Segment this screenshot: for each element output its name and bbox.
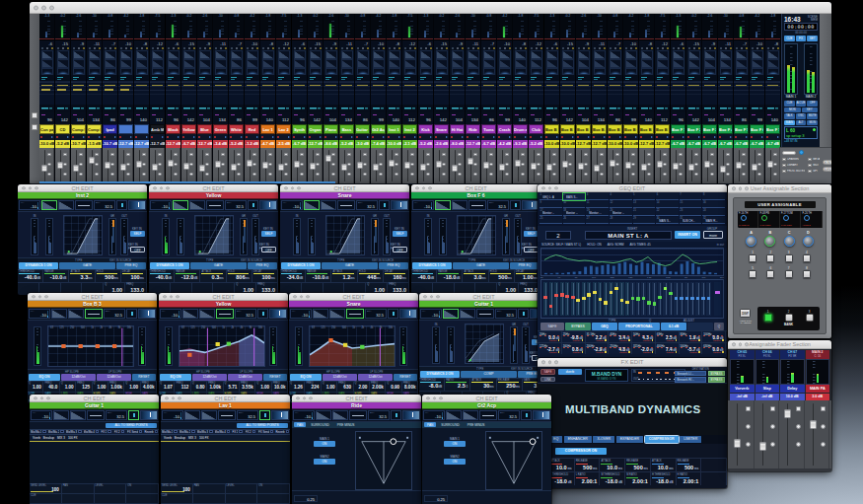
- rack-slot[interactable]: 15: [680, 201, 702, 208]
- eq-q-freq-cell[interactable]: Q0.80: [191, 382, 207, 392]
- channel-solo-button[interactable]: [268, 163, 272, 167]
- channel-select-button[interactable]: [442, 153, 446, 157]
- button[interactable]: [749, 270, 756, 278]
- key-in-select-button[interactable]: SELF: [524, 231, 539, 237]
- close-icon[interactable]: [541, 360, 545, 364]
- fader-cap[interactable]: [720, 166, 726, 173]
- chedit-titlebar[interactable]: CH EDIT: [18, 184, 147, 192]
- fader-cap[interactable]: [73, 165, 79, 172]
- channel-select-button[interactable]: [489, 153, 493, 157]
- close-icon[interactable]: [163, 295, 167, 299]
- fader-cap[interactable]: [152, 164, 158, 171]
- eq-curve-thumbnail[interactable]: [531, 68, 542, 75]
- eq-curve-thumbnail[interactable]: [199, 68, 211, 75]
- close-icon[interactable]: [34, 5, 38, 10]
- fx-param-release[interactable]: RELEASE500 ms: [625, 459, 651, 471]
- zoom-icon[interactable]: [176, 295, 180, 299]
- pan-handle[interactable]: [391, 438, 396, 444]
- disp-button[interactable]: DISP: [740, 309, 751, 318]
- dyn-type-tab[interactable]: GATE: [453, 262, 509, 269]
- geq-band-slider[interactable]: [636, 282, 640, 316]
- dynamics1-thumbnail[interactable]: [578, 50, 590, 59]
- geq-band-cell[interactable]: 160Hz0.8 dBRESET: [562, 343, 586, 354]
- key-in-filter-button[interactable]: OFF: [393, 247, 407, 252]
- close-icon[interactable]: [732, 342, 736, 346]
- channel-name-label[interactable]: Red: [245, 124, 259, 134]
- rack-slot[interactable]: 32MAIN R...: [702, 217, 725, 224]
- geq-band-slider[interactable]: [571, 282, 575, 316]
- ha-gain-display[interactable]: HA-10.: [281, 200, 303, 210]
- zoom-icon[interactable]: [436, 295, 440, 299]
- close-icon[interactable]: [426, 396, 430, 400]
- master-ctl-key[interactable]: KEY: [802, 108, 819, 113]
- safe-button[interactable]: SAFE: [540, 323, 564, 330]
- fx-bypass-1-button[interactable]: BYPASS: [708, 371, 725, 377]
- channel-select-button[interactable]: [537, 153, 540, 157]
- master-tab-alt[interactable]: ALT: [796, 120, 807, 126]
- eq-curve-thumbnail[interactable]: [594, 68, 606, 75]
- channel-sends-block[interactable]: [229, 81, 244, 105]
- chedit-titlebar[interactable]: CH EDIT: [422, 395, 551, 402]
- insert-module[interactable]: [379, 200, 390, 210]
- slider-handle[interactable]: [664, 287, 668, 290]
- chedit-titlebar[interactable]: CH EDIT: [161, 395, 290, 402]
- rack-slot[interactable]: 9: [539, 201, 562, 208]
- dynamics1-thumbnail[interactable]: [41, 50, 53, 59]
- param-cell-attack[interactable]: ATTACK1.2ms: [331, 270, 357, 282]
- geq-band-slider[interactable]: [706, 282, 710, 316]
- dynamics1-thumbnail[interactable]: [483, 50, 495, 59]
- rack-slot[interactable]: 12: [610, 201, 632, 208]
- strip-select-button[interactable]: [821, 406, 826, 411]
- channel-name-label[interactable]: Lav 1: [260, 124, 275, 134]
- eq-curve-thumbnail[interactable]: [247, 68, 258, 75]
- geq-band-cell[interactable]: 20Hz0.0 dBRESET: [539, 331, 562, 342]
- dynamics2-thumbnail[interactable]: [120, 59, 132, 68]
- checkbox[interactable]: [808, 164, 812, 168]
- ha-gain-display[interactable]: HA-10.: [423, 410, 445, 420]
- fx-titlebar[interactable]: FX EDIT: [538, 358, 727, 367]
- band-reset[interactable]: RESET: [619, 351, 629, 354]
- channel-on-button[interactable]: [410, 173, 414, 177]
- dyn2-module[interactable]: [201, 410, 217, 420]
- channel-sends-block[interactable]: [71, 81, 86, 105]
- rack-slot[interactable]: 22: [656, 209, 679, 216]
- channel-solo-button[interactable]: [126, 163, 130, 167]
- pre-eq-tab[interactable]: PRE EQ: [248, 262, 277, 269]
- minimize-icon[interactable]: [291, 186, 295, 190]
- ha-gain-display[interactable]: HA-10.: [293, 410, 315, 420]
- dynamics1-thumbnail[interactable]: [278, 50, 290, 59]
- channel-name-label[interactable]: Box B 4: [592, 124, 607, 134]
- minimize-icon[interactable]: [300, 295, 304, 299]
- geq-band-cell[interactable]: 200Hz-2.9 dBRESET: [586, 343, 610, 354]
- eq-curve-thumbnail[interactable]: [657, 68, 669, 75]
- fader-cap[interactable]: [759, 442, 766, 451]
- channel-on-button[interactable]: [710, 173, 714, 177]
- dynamics-on-tab[interactable]: DYNAMICS 2 ON: [420, 371, 460, 378]
- geq-band-slider[interactable]: [609, 282, 612, 316]
- knob[interactable]: [746, 236, 756, 247]
- eq-curve-thumbnail[interactable]: [752, 68, 763, 75]
- dyn1-module[interactable]: [446, 410, 462, 420]
- channel-solo-button[interactable]: [189, 163, 193, 167]
- rack-slot[interactable]: 20Monitor ...: [610, 209, 632, 216]
- close-icon[interactable]: [293, 295, 297, 299]
- slider-handle[interactable]: [587, 293, 591, 296]
- eq-curve-thumbnail[interactable]: [262, 68, 274, 75]
- channel-select-button[interactable]: [158, 153, 162, 157]
- slider-handle[interactable]: [631, 297, 635, 300]
- close-icon[interactable]: [732, 186, 736, 190]
- channel-solo-button[interactable]: [694, 163, 698, 167]
- channel-solo-button[interactable]: [205, 163, 209, 167]
- eq-q-freq-cell[interactable]: FREQ1.00k: [207, 382, 223, 392]
- geq-band-slider[interactable]: [543, 282, 547, 316]
- fader-cap[interactable]: [278, 164, 284, 171]
- dynamics1-thumbnail[interactable]: [310, 50, 322, 59]
- slider-handle[interactable]: [658, 296, 662, 299]
- flat-button[interactable]: Q: [714, 323, 724, 330]
- bottom-cell-cue[interactable]: CUE: [161, 494, 193, 504]
- bottom-cell-on[interactable]: ON: [257, 484, 290, 494]
- eq-band-handle[interactable]: [187, 352, 191, 356]
- eq-q-freq-cell[interactable]: Q1.07: [159, 382, 175, 392]
- param-cell-hold[interactable]: HOLD500ms: [489, 270, 515, 282]
- bottom-cell-level[interactable]: LEVEL: [226, 484, 258, 494]
